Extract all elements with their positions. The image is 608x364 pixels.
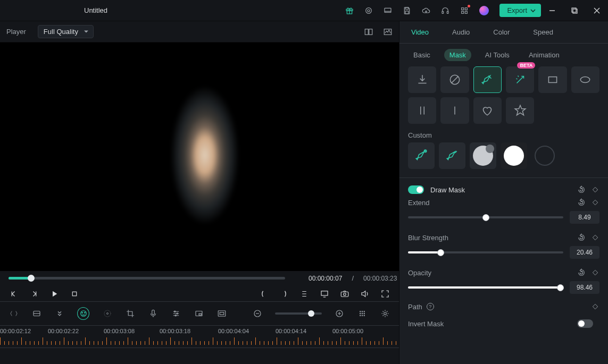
quality-select[interactable]: Full Quality [38,25,94,38]
crop-icon[interactable] [125,308,135,319]
avatar-icon[interactable] [479,6,489,15]
opacity-slider[interactable] [408,286,563,289]
ripple-edit-icon[interactable] [9,308,19,319]
invert-mask-toggle[interactable] [577,319,593,328]
overlay-icon[interactable] [194,308,204,319]
opacity-value[interactable]: 98.46 [570,281,599,294]
mask-rectangle-icon[interactable] [538,66,567,93]
svg-rect-35 [220,312,224,315]
help-icon[interactable]: ? [427,303,434,310]
svg-rect-14 [573,9,577,13]
tab-color[interactable]: Color [481,21,521,43]
stop-button[interactable] [69,289,80,299]
mask-none-icon[interactable] [440,66,469,93]
export-button[interactable]: Export [499,4,541,17]
mask-shape-grid: BETA [399,66,608,124]
display-out-button[interactable] [319,289,330,299]
timeline-mode-icon[interactable] [31,308,41,319]
close-button[interactable] [593,7,601,14]
settings-gear-icon[interactable] [380,308,390,319]
mask-single-line-icon[interactable] [440,97,469,124]
grid-view-icon[interactable] [357,308,368,319]
mask-pen-icon[interactable] [473,66,502,93]
timecode-separator: / [352,274,354,282]
scrub-slider[interactable] [9,277,285,280]
reset-extend-icon[interactable] [577,198,586,207]
tab-audio[interactable]: Audio [440,21,481,43]
step-back-button[interactable] [29,289,39,299]
svg-point-43 [364,313,365,314]
preview-viewport[interactable] [0,43,399,271]
reset-draw-mask-icon[interactable] [577,185,586,194]
inspector-subtabs: Basic Mask AI Tools Animation [399,44,608,66]
color-wheel-icon[interactable] [102,308,112,319]
compare-view-icon[interactable] [364,27,373,37]
invert-mask-label: Invert Mask [408,320,444,328]
display-icon[interactable] [384,6,392,15]
blur-slider[interactable] [408,251,563,253]
zoom-slider[interactable] [275,312,322,315]
extend-value[interactable]: 8.49 [570,211,599,224]
zoom-in-button[interactable] [335,308,345,319]
blur-value[interactable]: 20.46 [570,246,599,259]
keyframe-opacity-icon[interactable] [591,268,599,277]
custom-pen-edit-icon[interactable] [439,142,465,169]
mask-magic-icon[interactable]: BETA [506,66,534,93]
expand-more-icon[interactable] [54,308,64,319]
mic-icon[interactable] [148,308,158,319]
pip-icon[interactable] [216,308,227,319]
mask-vertical-split-icon[interactable] [408,97,436,124]
volume-button[interactable] [360,289,370,299]
reset-opacity-icon[interactable] [577,268,586,277]
draw-mask-toggle[interactable] [408,185,424,194]
reset-blur-icon[interactable] [577,233,586,242]
subtab-basic[interactable]: Basic [408,49,436,61]
subtab-mask[interactable]: Mask [444,49,471,61]
custom-mask-preset-gray[interactable] [470,142,496,169]
play-button[interactable] [49,289,60,299]
apps-icon[interactable] [460,6,469,15]
invert-mask-row: Invert Mask [399,311,608,328]
scopes-icon[interactable] [383,27,393,37]
svg-point-41 [360,313,361,314]
ruler-label: 00:00:05:00 [332,328,363,334]
gift-icon[interactable] [345,6,354,15]
tab-speed[interactable]: Speed [521,21,565,43]
mark-in-button[interactable] [259,289,269,299]
custom-pen-add-icon[interactable] [408,142,435,169]
mask-ellipse-icon[interactable] [571,66,599,93]
playback-bar: 00:00:00:07 / 00:00:03:23 [0,271,399,301]
headphones-icon[interactable] [441,6,449,15]
mask-star-icon[interactable] [506,97,534,124]
keyframe-extend-icon[interactable] [591,198,599,207]
custom-mask-preset-outline[interactable] [531,142,558,169]
subtab-aitools[interactable]: AI Tools [480,49,515,61]
record-icon[interactable] [364,6,373,15]
keyframe-draw-mask-icon[interactable] [591,185,599,194]
mask-heart-icon[interactable] [473,97,502,124]
mask-import-icon[interactable] [408,66,436,93]
keyframe-path-icon[interactable] [591,302,599,311]
auto-face-icon[interactable] [77,307,89,320]
svg-rect-33 [199,314,202,315]
zoom-out-button[interactable] [252,308,262,319]
svg-point-24 [82,312,83,314]
path-row: Path ? [399,294,608,311]
minimize-button[interactable] [548,7,556,14]
extend-slider[interactable] [408,216,563,218]
custom-mask-preset-white[interactable] [501,142,527,169]
snapshot-button[interactable] [339,289,350,299]
svg-rect-9 [462,7,464,10]
cloud-icon[interactable] [422,6,430,15]
marker-list-button[interactable] [299,289,310,299]
subtab-animation[interactable]: Animation [523,49,565,61]
keyframe-blur-icon[interactable] [591,233,599,242]
fullscreen-button[interactable] [380,289,390,299]
maximize-button[interactable] [571,7,578,14]
timeline-ruler[interactable]: 00:00:02:1200:00:02:2200:00:03:0800:00:0… [0,326,399,348]
save-icon[interactable] [403,6,411,15]
tab-video[interactable]: Video [399,21,440,43]
prev-frame-button[interactable] [9,289,19,299]
mark-out-button[interactable] [279,289,289,299]
adjust-icon[interactable] [171,308,181,319]
